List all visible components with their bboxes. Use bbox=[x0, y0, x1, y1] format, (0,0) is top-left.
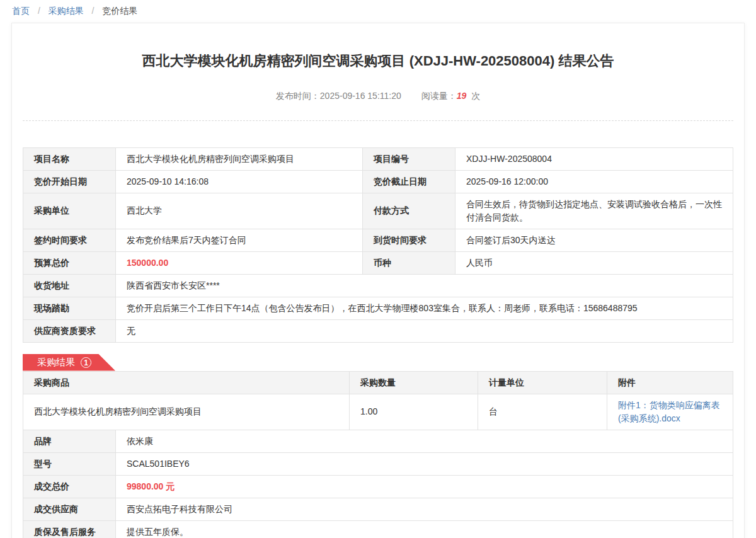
column-header-unit: 计量单位 bbox=[478, 371, 607, 394]
page-title: 西北大学模块化机房精密列间空调采购项目 (XDJJ-HW-202508004) … bbox=[23, 23, 733, 71]
breadcrumb-purchase-results-link[interactable]: 采购结果 bbox=[49, 6, 84, 16]
project-info-table: 项目名称 西北大学模块化机房精密列间空调采购项目 项目编号 XDJJ-HW-20… bbox=[23, 147, 733, 343]
dashed-divider bbox=[23, 120, 733, 121]
table-row: 现场踏勘 竞价开启后第三个工作日下午14点（包含公告发布日），在西北大学物理楼8… bbox=[23, 297, 733, 319]
info-value: 2025-09-16 12:00:00 bbox=[455, 170, 733, 193]
info-label: 项目名称 bbox=[23, 147, 116, 170]
info-value: 2025-09-10 14:16:08 bbox=[116, 170, 363, 193]
article-meta: 发布时间：2025-09-16 15:11:20 阅读量：19 次 bbox=[23, 91, 733, 102]
info-value: 人民币 bbox=[455, 251, 733, 274]
detail-label: 质保及售后服务 bbox=[23, 520, 116, 538]
detail-label: 成交总价 bbox=[23, 475, 116, 498]
info-value: 西北大学模块化机房精密列间空调采购项目 bbox=[116, 147, 363, 170]
info-label: 到货时间要求 bbox=[363, 229, 455, 251]
table-row: 成交供应商 西安点拓电子科技有限公司 bbox=[23, 498, 733, 520]
info-value: 陕西省西安市长安区**** bbox=[116, 274, 733, 297]
award-detail-table: 品牌 依米康 型号 SCAL501IBEY6 成交总价 99800.00 元 成… bbox=[23, 430, 733, 538]
table-row: 预算总价 150000.00 币种 人民币 bbox=[23, 251, 733, 274]
detail-label: 品牌 bbox=[23, 430, 116, 452]
column-header-product: 采购商品 bbox=[23, 371, 350, 394]
info-value: 合同签订后30天内送达 bbox=[455, 229, 733, 251]
read-count: 阅读量：19 次 bbox=[421, 91, 480, 101]
result-count-badge: 1 bbox=[81, 357, 91, 368]
info-label: 竞价截止日期 bbox=[363, 170, 455, 193]
detail-value: SCAL501IBEY6 bbox=[116, 452, 733, 475]
publish-time-value: 2025-09-16 15:11:20 bbox=[320, 91, 401, 101]
attachment-cell: 附件1：货物类响应偏离表(采购系统).docx bbox=[607, 394, 733, 430]
read-count-unit: 次 bbox=[471, 91, 480, 101]
unit-cell: 台 bbox=[478, 394, 607, 430]
table-row: 签约时间要求 发布竞价结果后7天内签订合同 到货时间要求 合同签订后30天内送达 bbox=[23, 229, 733, 251]
purchase-items-table: 采购商品 采购数量 计量单位 附件 西北大学模块化机房精密列间空调采购项目 1.… bbox=[23, 371, 733, 430]
read-count-label: 阅读量： bbox=[421, 91, 457, 101]
purchase-result-badge: 采购结果 1 bbox=[23, 354, 115, 371]
table-row: 品牌 依米康 bbox=[23, 430, 733, 452]
budget-total-price: 150000.00 bbox=[116, 251, 363, 274]
info-value: 西北大学 bbox=[116, 193, 363, 229]
info-label: 付款方式 bbox=[363, 193, 455, 229]
table-header-row: 采购商品 采购数量 计量单位 附件 bbox=[23, 371, 733, 394]
breadcrumb-home-link[interactable]: 首页 bbox=[12, 6, 30, 16]
column-header-quantity: 采购数量 bbox=[350, 371, 478, 394]
info-label: 币种 bbox=[363, 251, 455, 274]
announcement-card: 西北大学模块化机房精密列间空调采购项目 (XDJJ-HW-202508004) … bbox=[11, 23, 745, 538]
table-row: 采购单位 西北大学 付款方式 合同生效后，待货物到达指定地点、安装调试验收合格后… bbox=[23, 193, 733, 229]
publish-time-label: 发布时间： bbox=[276, 91, 320, 101]
breadcrumb-current: 竞价结果 bbox=[102, 6, 137, 16]
info-label: 采购单位 bbox=[23, 193, 116, 229]
info-value: 竞价开启后第三个工作日下午14点（包含公告发布日），在西北大学物理楼803室集合… bbox=[116, 297, 733, 319]
table-row: 型号 SCAL501IBEY6 bbox=[23, 452, 733, 475]
detail-value: 提供五年质保。 bbox=[116, 520, 733, 538]
table-row: 质保及售后服务 提供五年质保。 bbox=[23, 520, 733, 538]
attachment-download-link[interactable]: 附件1：货物类响应偏离表(采购系统).docx bbox=[618, 400, 720, 423]
award-total-price: 99800.00 元 bbox=[116, 475, 733, 498]
breadcrumb: 首页 / 采购结果 / 竞价结果 bbox=[0, 0, 756, 23]
column-header-attachment: 附件 bbox=[607, 371, 733, 394]
info-label: 预算总价 bbox=[23, 251, 116, 274]
detail-value: 依米康 bbox=[116, 430, 733, 452]
purchase-result-badge-label: 采购结果 bbox=[37, 357, 75, 369]
read-count-value: 19 bbox=[457, 91, 467, 101]
detail-value: 西安点拓电子科技有限公司 bbox=[116, 498, 733, 520]
info-label: 供应商资质要求 bbox=[23, 319, 116, 342]
table-row: 收货地址 陕西省西安市长安区**** bbox=[23, 274, 733, 297]
info-label: 收货地址 bbox=[23, 274, 116, 297]
info-label: 竞价开始日期 bbox=[23, 170, 116, 193]
detail-label: 型号 bbox=[23, 452, 116, 475]
breadcrumb-separator: / bbox=[38, 6, 40, 16]
table-row: 项目名称 西北大学模块化机房精密列间空调采购项目 项目编号 XDJJ-HW-20… bbox=[23, 147, 733, 170]
table-row: 竞价开始日期 2025-09-10 14:16:08 竞价截止日期 2025-0… bbox=[23, 170, 733, 193]
result-section-header: 采购结果 1 bbox=[23, 354, 733, 371]
breadcrumb-separator: / bbox=[92, 6, 94, 16]
table-row: 西北大学模块化机房精密列间空调采购项目 1.00 台 附件1：货物类响应偏离表(… bbox=[23, 394, 733, 430]
info-value: XDJJ-HW-202508004 bbox=[455, 147, 733, 170]
product-name-cell: 西北大学模块化机房精密列间空调采购项目 bbox=[23, 394, 350, 430]
info-label: 现场踏勘 bbox=[23, 297, 116, 319]
info-label: 项目编号 bbox=[363, 147, 455, 170]
info-value: 合同生效后，待货物到达指定地点、安装调试验收合格后，一次性付清合同货款。 bbox=[455, 193, 733, 229]
table-row: 供应商资质要求 无 bbox=[23, 319, 733, 342]
publish-time: 发布时间：2025-09-16 15:11:20 bbox=[276, 91, 401, 101]
table-row: 成交总价 99800.00 元 bbox=[23, 475, 733, 498]
quantity-cell: 1.00 bbox=[350, 394, 478, 430]
info-label: 签约时间要求 bbox=[23, 229, 116, 251]
detail-label: 成交供应商 bbox=[23, 498, 116, 520]
info-value: 无 bbox=[116, 319, 733, 342]
info-value: 发布竞价结果后7天内签订合同 bbox=[116, 229, 363, 251]
